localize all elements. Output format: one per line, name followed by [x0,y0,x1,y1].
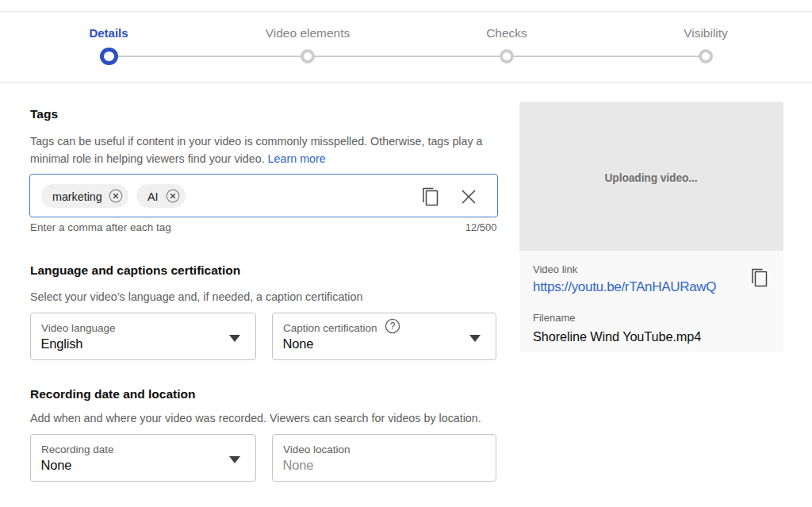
svg-text:?: ? [389,321,395,332]
